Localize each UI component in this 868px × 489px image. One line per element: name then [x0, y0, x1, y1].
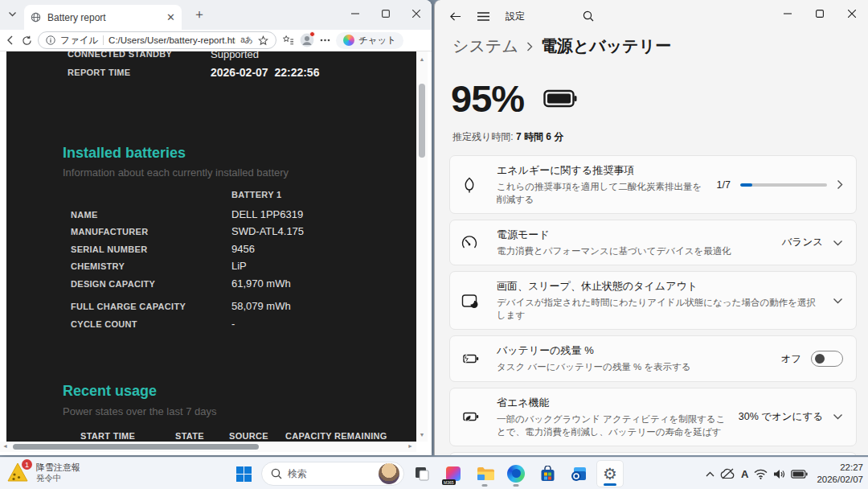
- m365-badge: M365: [442, 479, 456, 485]
- card-subtitle: タスク バーにバッテリーの残量 % を表示する: [497, 360, 771, 373]
- progress-fill: [740, 183, 752, 187]
- volume-icon[interactable]: [773, 469, 785, 479]
- tray-chevron-icon[interactable]: [706, 471, 714, 477]
- card-power-mode[interactable]: 電源モード 電力消費とパフォーマンスに基づいてデバイスを最適化 バランス: [449, 220, 857, 265]
- tab-search-chevron-icon[interactable]: [8, 10, 17, 18]
- new-tab-button[interactable]: ＋: [193, 6, 206, 23]
- battery-row-label: SERIAL NUMBER: [71, 244, 147, 254]
- vertical-scrollbar[interactable]: ▲ ▼: [416, 51, 428, 442]
- copilot-chat-button[interactable]: チャット: [336, 32, 403, 49]
- taskbar: 1 降雪注意報 発令中 検索 M365: [0, 457, 868, 489]
- card-subtitle: 一部のバックグラウンド アクティビティを制限することで、電力消費を削減し、バッテ…: [497, 413, 729, 438]
- chevron-right-icon[interactable]: [837, 179, 843, 190]
- scroll-right-icon[interactable]: ►: [407, 443, 413, 449]
- toggle-knob: [815, 354, 825, 364]
- address-url[interactable]: C:/Users/User/battery-report.html: [108, 35, 235, 45]
- profile-avatar[interactable]: [300, 33, 314, 47]
- battery-tray-icon[interactable]: [791, 470, 808, 479]
- scroll-down-icon[interactable]: ▼: [416, 429, 428, 440]
- battery-row-value: DELL 1PP6319: [231, 208, 303, 220]
- tab-strip: Battery report ✕ ＋: [0, 0, 432, 30]
- running-indicator: [482, 484, 488, 487]
- table-column-header: CAPACITY REMAINING: [285, 431, 387, 441]
- settings-search-icon[interactable]: [583, 10, 594, 22]
- chevron-down-icon[interactable]: [833, 240, 843, 246]
- info-icon[interactable]: [46, 35, 55, 45]
- battery-row-label: FULL CHARGE CAPACITY: [71, 302, 186, 311]
- chevron-down-icon[interactable]: [833, 413, 843, 420]
- m365-copilot-button[interactable]: M365: [440, 460, 467, 487]
- close-button[interactable]: [836, 0, 868, 27]
- battery-percent-toggle[interactable]: [811, 351, 843, 367]
- card-subtitle: 電力消費とパフォーマンスに基づいてデバイスを最適化: [497, 244, 772, 257]
- wifi-icon[interactable]: [754, 469, 768, 479]
- chevron-down-icon[interactable]: [833, 298, 843, 304]
- cloud-off-icon[interactable]: [720, 468, 735, 479]
- progress-bar: [740, 183, 827, 187]
- card-title: 電源モード: [497, 228, 772, 242]
- taskbar-clock[interactable]: 22:27 2026/02/07: [817, 462, 863, 486]
- tab-close-icon[interactable]: ✕: [166, 11, 175, 23]
- horizontal-scroll-thumb[interactable]: [13, 444, 259, 450]
- remaining-label: 推定残り時間:: [452, 131, 514, 142]
- weather-widget[interactable]: 1 降雪注意報 発令中: [6, 462, 80, 484]
- store-button[interactable]: [534, 460, 561, 487]
- collections-icon[interactable]: [282, 35, 294, 46]
- weather-title: 降雪注意報: [36, 462, 80, 473]
- battery-hero: 95%: [435, 76, 868, 121]
- browser-tab[interactable]: Battery report ✕: [24, 5, 182, 30]
- settings-taskbar-button[interactable]: ⚙: [596, 460, 624, 487]
- minimize-button[interactable]: [772, 0, 804, 27]
- battery-row-value: -: [231, 318, 235, 330]
- report-row-label: CONNECTED STANDBY: [68, 51, 172, 59]
- close-button[interactable]: [401, 0, 432, 27]
- scroll-up-icon[interactable]: ▲: [416, 53, 428, 64]
- file-explorer-button[interactable]: [471, 460, 498, 487]
- tab-title: Battery report: [47, 12, 160, 23]
- battery-row-label: MANUFACTURER: [71, 227, 148, 236]
- installed-batteries-heading: Installed batteries: [63, 145, 186, 162]
- energy-saver-value: 30% でオンにする: [739, 410, 823, 424]
- more-menu-icon[interactable]: [320, 39, 330, 42]
- favorite-star-icon[interactable]: [258, 35, 268, 46]
- hamburger-menu-icon[interactable]: [477, 12, 489, 21]
- breadcrumb: システム 電源とバッテリー: [435, 35, 868, 57]
- breadcrumb-system-link[interactable]: システム: [452, 35, 518, 57]
- address-bar[interactable]: ファイル C:/Users/User/battery-report.html a…: [38, 31, 276, 49]
- refresh-icon[interactable]: [22, 35, 32, 46]
- task-view-button[interactable]: [408, 460, 436, 487]
- start-button[interactable]: [230, 460, 257, 487]
- maximize-button[interactable]: [371, 0, 401, 27]
- maximize-button[interactable]: [804, 0, 836, 27]
- translate-icon[interactable]: aあ: [240, 35, 253, 46]
- battery-report-page: CONNECTED STANDBY Supported REPORT TIME …: [6, 51, 416, 442]
- vertical-scroll-thumb[interactable]: [419, 84, 425, 158]
- power-mode-value: バランス: [782, 236, 823, 249]
- address-file-label: ファイル: [60, 35, 98, 47]
- settings-window: 設定 システム 電源とバッテリー 95% 推定残り時間: 7 時間 6 分: [434, 0, 868, 455]
- recent-usage-heading: Recent usage: [63, 383, 157, 400]
- ime-indicator[interactable]: A: [741, 468, 748, 480]
- minimize-button[interactable]: [340, 0, 371, 27]
- weather-warning-icon: 1: [6, 462, 31, 484]
- card-battery-usage[interactable]: バッテリーの使用状況: [449, 452, 857, 455]
- search-companion-avatar[interactable]: [379, 463, 399, 484]
- scroll-left-icon[interactable]: ◄: [2, 443, 8, 449]
- battery-row-value: 9456: [231, 243, 255, 255]
- running-indicator: [514, 484, 519, 487]
- card-battery-percentage[interactable]: バッテリーの残量 % タスク バーにバッテリーの残量 % を表示する オフ: [449, 335, 857, 381]
- report-row-value: Supported: [211, 51, 259, 60]
- energy-saver-icon: [461, 408, 497, 425]
- horizontal-scrollbar[interactable]: ◄ ►: [0, 442, 416, 452]
- notification-dot: [309, 31, 315, 37]
- card-energy-saver[interactable]: 省エネ機能 一部のバックグラウンド アクティビティを制限することで、電力消費を削…: [449, 388, 857, 446]
- card-energy-recommendations[interactable]: エネルギーに関する推奨事項 これらの推奨事項を適用して二酸化炭素排出量を削減する…: [449, 155, 857, 214]
- card-screen-sleep-timeout[interactable]: 画面、スリープ、休止状態のタイムアウト デバイスが指定された時間にわたりアイドル…: [449, 271, 857, 330]
- remaining-value: 7 時間 6 分: [516, 131, 563, 142]
- edge-button[interactable]: [502, 460, 530, 487]
- back-icon[interactable]: [5, 35, 16, 46]
- taskbar-search-box[interactable]: 検索: [261, 462, 404, 486]
- outlook-button[interactable]: [565, 460, 592, 487]
- settings-back-icon[interactable]: [449, 11, 461, 22]
- page-title: 電源とバッテリー: [541, 35, 671, 57]
